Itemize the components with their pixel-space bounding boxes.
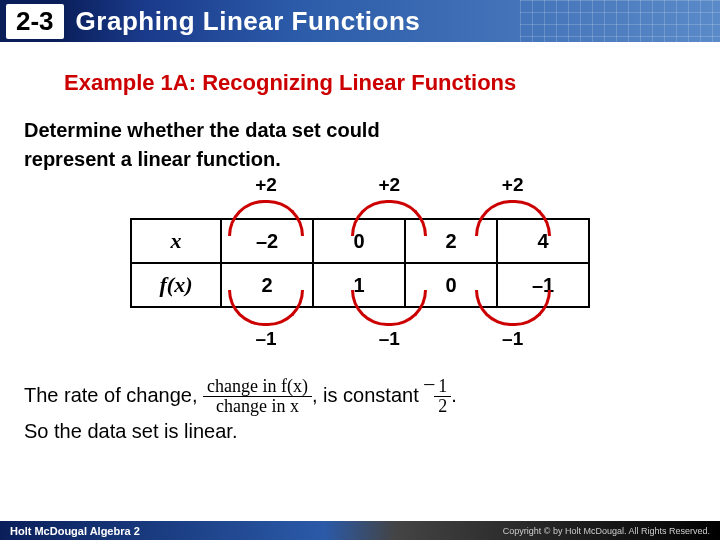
- arc-icon: [475, 290, 551, 326]
- bot-delta-0: –1: [220, 328, 312, 350]
- content-area: Example 1A: Recognizing Linear Functions…: [0, 42, 720, 446]
- prompt-line1: Determine whether the data set could: [24, 118, 696, 143]
- rate-fraction: change in f(x)change in x: [203, 377, 312, 416]
- header-bar: 2-3 Graphing Linear Functions: [0, 0, 720, 42]
- footer-right: Copyright © by Holt McDougal. All Rights…: [503, 526, 710, 536]
- bot-delta-2: –1: [467, 328, 559, 350]
- footer-left: Holt McDougal Algebra 2: [10, 525, 140, 537]
- conc-part2: , is constant: [312, 384, 424, 406]
- example-title: Example 1A: Recognizing Linear Functions: [64, 70, 696, 96]
- conc-line2: So the data set is linear.: [24, 420, 237, 442]
- arc-icon: [228, 200, 304, 236]
- page-title: Graphing Linear Functions: [76, 6, 421, 37]
- arc-icon: [351, 200, 427, 236]
- top-delta-2: +2: [467, 174, 559, 196]
- top-deltas: +2 +2 +2: [130, 180, 590, 216]
- prompt-line2: represent a linear function.: [24, 147, 696, 172]
- bot-delta-1: –1: [343, 328, 435, 350]
- conc-part1: The rate of change,: [24, 384, 203, 406]
- arc-icon: [475, 200, 551, 236]
- fx-label: f(x): [131, 263, 221, 307]
- arc-icon: [351, 290, 427, 326]
- neg-sign: –: [424, 372, 434, 394]
- bottom-deltas: –1 –1 –1: [130, 310, 590, 346]
- top-delta-1: +2: [343, 174, 435, 196]
- footer-bar: Holt McDougal Algebra 2 Copyright © by H…: [0, 521, 720, 540]
- x-label: x: [131, 219, 221, 263]
- conc-period: .: [451, 384, 457, 406]
- section-badge: 2-3: [6, 4, 64, 39]
- rate-value: 12: [434, 377, 451, 416]
- header-grid-decor: [520, 0, 720, 42]
- arc-icon: [228, 290, 304, 326]
- table-wrap: +2 +2 +2 x –2 0 2 4 f(x) 2 1 0 –1: [130, 218, 590, 308]
- conclusion: The rate of change, change in f(x)change…: [24, 368, 696, 446]
- top-delta-0: +2: [220, 174, 312, 196]
